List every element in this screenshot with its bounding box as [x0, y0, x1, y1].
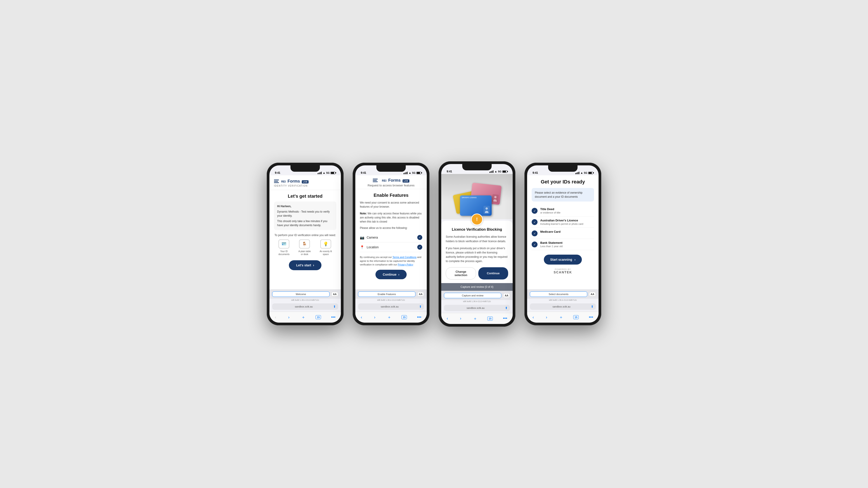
share-button-2[interactable]: ＋ — [385, 314, 393, 321]
back-button-3[interactable]: ‹ — [445, 315, 450, 322]
s3-bg: DRIVER'S LICENCE — [441, 174, 513, 219]
share-button-4[interactable]: ＋ — [557, 314, 565, 321]
scan-arrow: › — [575, 258, 576, 261]
phone-1: 9:41 ▲ 5G REI — [267, 163, 344, 325]
forward-button-1[interactable]: › — [286, 314, 291, 321]
s3-buttons: Change selection Continue — [446, 267, 508, 280]
address-bar-2: sandbox.sctk.au ⬆ — [358, 303, 424, 310]
phone-4: 9:41 ▲ 5G Get your IDs ready Please sele… — [524, 163, 601, 325]
phone-2: 9:41 ▲ 5G REI Form — [352, 163, 430, 325]
forward-button-2[interactable]: › — [372, 314, 377, 321]
s4-title: Get your IDs ready — [532, 179, 594, 185]
rei-logo: REI Forms LIVE — [274, 179, 336, 184]
arrow-icon: › — [313, 263, 314, 267]
network-type-2: 5G — [412, 171, 415, 174]
doc-title-deed: ✓ Title Deed or evidence of title — [532, 205, 594, 217]
continue-button-3[interactable]: Continue — [478, 267, 508, 280]
s4-info-text: Please select an evidence of ownership d… — [535, 191, 591, 199]
location-check: ✓ — [417, 245, 422, 250]
terms-link[interactable]: Terms and Conditions — [393, 256, 416, 258]
battery-2 — [416, 172, 421, 174]
continue-label: Continue — [383, 273, 397, 276]
need-text: To perform your ID verification online y… — [274, 234, 336, 237]
identity-subtitle: IDENTITY VERIFICATION — [274, 185, 336, 187]
privacy-link[interactable]: Privacy Policy — [398, 263, 413, 266]
notch-4 — [548, 165, 578, 172]
back-button-4[interactable]: ‹ — [531, 314, 536, 321]
tab-aa-3[interactable]: AA — [503, 293, 510, 298]
svg-point-2 — [486, 207, 488, 210]
signal-bars-3 — [489, 170, 493, 173]
person-silhouette-blue — [484, 206, 490, 214]
start-scanning-button[interactable]: Start scanning › — [544, 255, 582, 265]
tab-aa-2[interactable]: AA — [417, 292, 424, 296]
share-button-1[interactable]: ＋ — [300, 314, 307, 321]
screen1-content: REI Forms LIVE IDENTITY VERIFICATION Let… — [270, 175, 341, 289]
wifi-icon-1: ▲ — [322, 171, 325, 174]
doc-title-title-deed: Title Deed — [540, 207, 594, 211]
notch-1 — [290, 165, 320, 172]
rei-header: REI Forms LIVE IDENTITY VERIFICATION — [270, 175, 341, 190]
notch-2 — [376, 165, 406, 172]
rei-text-2: REI — [382, 179, 386, 182]
share-icon-3[interactable]: ⬆ — [505, 306, 508, 310]
screen2-content: REI Forms LIVE Request to access browser… — [355, 175, 427, 289]
doc-title-medicare: Medicare Card — [540, 230, 594, 233]
doc-sub-bank-statement: Less than 1 year old — [540, 245, 594, 248]
doc-bank-statement: ✓ Bank Statement Less than 1 year old — [532, 239, 594, 250]
table-icon: 🪑 — [299, 239, 310, 249]
change-selection-button[interactable]: Change selection — [446, 267, 476, 280]
address-bar-area-4: sandbox.sctk.au ⬆ — [527, 302, 598, 312]
s4-info-box: Please select an evidence of ownership d… — [532, 188, 594, 201]
s2-allow: Please allow us to access the following: — [360, 226, 422, 230]
back-button-1[interactable]: ‹ — [273, 314, 278, 321]
menu-button-1[interactable]: ••• — [329, 314, 337, 321]
lets-start-button[interactable]: Let's start › — [289, 260, 321, 270]
battery-1 — [331, 172, 336, 174]
share-icon-1[interactable]: ⬆ — [333, 305, 336, 308]
tab-input-2[interactable] — [358, 291, 415, 297]
s2-body: Enable Features We need your consent to … — [355, 189, 427, 283]
menu-button-3[interactable]: ••• — [501, 315, 509, 322]
tabs-button-2[interactable]: 15 — [401, 315, 407, 319]
address-text-1: sandbox.sctk.au — [274, 305, 333, 308]
bottom-nav-4: ‹ › ＋ 15 ••• — [527, 312, 598, 323]
check-title-deed: ✓ — [532, 208, 537, 214]
tabs-button-4[interactable]: 15 — [573, 315, 579, 319]
address-bar-area-1: sandbox.sctk.au ⬆ — [270, 302, 341, 312]
item-id: 🪪 Your IDdocuments — [278, 239, 289, 256]
tab-aa-1[interactable]: AA — [331, 292, 338, 296]
status-icons-4: ▲ 5G — [575, 171, 593, 174]
menu-button-4[interactable]: ••• — [587, 314, 595, 321]
tab-input-1[interactable] — [272, 291, 330, 297]
tab-input-4[interactable] — [530, 291, 587, 297]
doc-title-bank-statement: Bank Statement — [540, 241, 594, 245]
menu-button-2[interactable]: ••• — [415, 314, 423, 321]
share-icon-2[interactable]: ⬆ — [419, 305, 422, 308]
capture-bar: Capture and review (0 of 4) — [441, 283, 513, 291]
forward-button-3[interactable]: › — [458, 315, 463, 322]
network-type-4: 5G — [584, 171, 587, 174]
item-light: 💡 An evenly litspace — [320, 239, 332, 256]
network-type-3: 5G — [498, 170, 501, 173]
battery-4 — [588, 172, 593, 174]
forward-button-4[interactable]: › — [544, 314, 549, 321]
back-button-2[interactable]: ‹ — [359, 314, 364, 321]
sdk-text-3: sdk build 1.38.4-2113-6d6712c — [441, 300, 513, 303]
continue-button[interactable]: Continue › — [375, 270, 406, 279]
doc-info-bank-statement: Bank Statement Less than 1 year old — [540, 241, 594, 248]
tabs-button-1[interactable]: 15 — [315, 315, 321, 319]
tab-aa-4[interactable]: AA — [589, 292, 596, 296]
share-icon-4[interactable]: ⬆ — [591, 305, 594, 308]
network-type-1: 5G — [326, 171, 330, 174]
greeting-text: Hi Harleen, — [277, 204, 333, 208]
wifi-icon-3: ▲ — [494, 170, 497, 173]
scantek-logo: POWERED BY SCANTEK — [532, 268, 594, 274]
screen1-body: Let's get started Hi Harleen, Dynamic Me… — [270, 190, 341, 274]
tabs-button-3[interactable]: 15 — [487, 317, 493, 321]
share-button-3[interactable]: ＋ — [471, 315, 479, 322]
person-silhouette-pink — [492, 194, 499, 203]
rei-forms-row-2: REI Forms LIVE — [382, 178, 409, 183]
tab-input-3[interactable] — [444, 293, 501, 298]
doc-medicare: ✓ Medicare Card — [532, 228, 594, 239]
